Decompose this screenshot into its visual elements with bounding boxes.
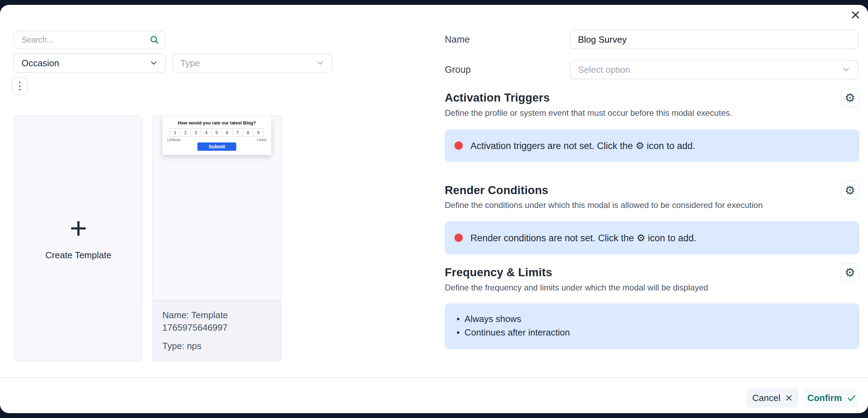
- activation-triggers-header: Activation Triggers ⚙: [445, 88, 859, 108]
- activation-notice-text: Activation triggers are not set. Click t…: [470, 140, 695, 151]
- render-conditions-title: Render Conditions: [445, 184, 548, 197]
- frequency-summary: • Always shows • Continues after interac…: [445, 303, 859, 349]
- nps-cell: 9: [253, 128, 264, 137]
- preview-submit-button: Submit: [197, 142, 236, 151]
- template-meta: Name: Template 1765975646997 Type: nps: [153, 300, 281, 361]
- close-button[interactable]: [847, 7, 864, 23]
- nps-cell: 1: [170, 128, 180, 137]
- chevron-down-icon: [842, 65, 851, 74]
- gear-icon: ⚙: [845, 267, 855, 278]
- search-input[interactable]: [14, 31, 165, 49]
- nps-cell: 5: [211, 128, 222, 137]
- template-preview: How would you rate our latest Blog? 1 2 …: [162, 116, 271, 155]
- confirm-button[interactable]: Confirm: [805, 388, 858, 408]
- confirm-label: Confirm: [807, 393, 842, 403]
- nps-cell: 6: [222, 128, 232, 137]
- search-icon[interactable]: [149, 35, 160, 45]
- activation-notice: Activation triggers are not set. Click t…: [445, 129, 859, 162]
- chevron-down-icon: [149, 59, 158, 68]
- frequency-item: • Always shows: [457, 312, 848, 326]
- cancel-label: Cancel: [752, 393, 781, 403]
- nps-cell: 4: [201, 128, 212, 137]
- more-options-button[interactable]: ⋮: [12, 77, 28, 95]
- alert-dot: [454, 234, 463, 242]
- render-notice-text: Render conditions are not set. Click the…: [470, 232, 696, 244]
- preview-scale-labels: Unlikely Likely: [167, 138, 266, 142]
- template-card[interactable]: How would you rate our latest Blog? 1 2 …: [152, 115, 282, 362]
- search-box: [13, 31, 166, 49]
- render-conditions-description: Define the conditions under which this m…: [445, 200, 859, 211]
- occasion-select[interactable]: Occasion: [13, 53, 166, 73]
- frequency-item: • Continues after interaction: [457, 326, 848, 339]
- template-name-text: Name: Template 1765975646997: [162, 309, 271, 334]
- render-conditions-header: Render Conditions ⚙: [445, 180, 859, 200]
- frequency-limits-description: Define the frequency and limits under wh…: [445, 282, 859, 293]
- activation-triggers-title: Activation Triggers: [445, 91, 550, 104]
- template-type-text: Type: nps: [162, 340, 271, 352]
- group-select-placeholder: Select option: [578, 64, 630, 75]
- create-template-label: Create Template: [45, 250, 111, 261]
- type-select[interactable]: Type: [172, 53, 332, 73]
- type-select-placeholder: Type: [180, 58, 200, 69]
- alert-dot: [454, 141, 463, 150]
- frequency-limits-title: Frequency & Limits: [445, 266, 552, 279]
- chevron-down-icon: [316, 59, 325, 68]
- bullet-icon: •: [457, 326, 460, 339]
- bullet-icon: •: [457, 312, 460, 326]
- occasion-select-value: Occasion: [22, 58, 59, 69]
- kebab-menu-icon: ⋮: [15, 81, 25, 91]
- activation-settings-button[interactable]: ⚙: [841, 88, 859, 107]
- template-editor-modal: Occasion Type ⋮ + Create Template How wo…: [0, 5, 868, 413]
- frequency-limits-header: Frequency & Limits ⚙: [445, 262, 859, 282]
- close-icon: [850, 10, 861, 20]
- nps-cell: 2: [180, 128, 191, 137]
- nps-cell: 7: [232, 128, 243, 137]
- preview-low-label: Unlikely: [167, 138, 181, 142]
- group-select[interactable]: Select option: [570, 60, 858, 79]
- gear-icon: ⚙: [845, 92, 855, 104]
- gear-icon: ⚙: [636, 140, 644, 151]
- gear-icon: ⚙: [845, 184, 855, 196]
- activation-triggers-description: Define the profile or system event that …: [445, 107, 859, 119]
- nps-cell: 3: [190, 128, 201, 137]
- group-label: Group: [445, 60, 471, 79]
- template-card-spacer: [153, 155, 281, 300]
- footer-divider: [0, 377, 868, 378]
- preview-nps-scale: 1 2 3 4 5 6 7 8 9: [167, 128, 267, 137]
- check-icon: [847, 393, 856, 402]
- close-icon: [785, 394, 793, 402]
- gear-icon: ⚙: [637, 233, 645, 243]
- name-label: Name: [445, 30, 470, 49]
- plus-icon: +: [70, 216, 87, 240]
- create-template-card[interactable]: + Create Template: [15, 115, 142, 362]
- preview-question: How would you rate our latest Blog?: [167, 120, 267, 125]
- name-input[interactable]: [570, 30, 858, 49]
- render-settings-button[interactable]: ⚙: [841, 181, 859, 200]
- frequency-settings-button[interactable]: ⚙: [841, 263, 859, 282]
- nps-cell: 8: [242, 128, 253, 137]
- render-notice: Render conditions are not set. Click the…: [445, 221, 859, 254]
- preview-high-label: Likely: [257, 138, 266, 142]
- cancel-button[interactable]: Cancel: [747, 388, 799, 408]
